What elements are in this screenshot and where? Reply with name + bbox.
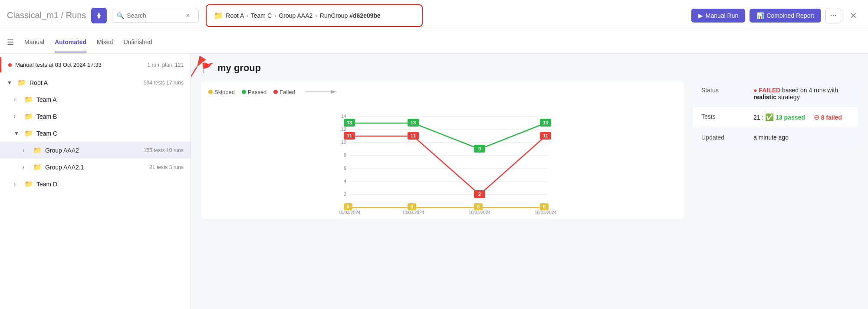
- svg-text:8: 8: [344, 153, 346, 158]
- trend-arrow: [306, 88, 340, 96]
- tests-total: 21: [753, 114, 760, 121]
- sidebar-item-label: Team B: [36, 113, 184, 120]
- sidebar-item-label: Root A: [30, 79, 140, 86]
- legend-passed: Passed: [242, 89, 266, 95]
- app-title: Classical_m1 / Runs: [7, 10, 86, 20]
- filter-button[interactable]: ⧫: [91, 8, 107, 23]
- folder-icon: 📁: [17, 78, 26, 87]
- breadcrumb-text: Status Root A › Team C › Group AAA2 › Ru…: [226, 12, 381, 19]
- sidebar-item-team-c[interactable]: ▼ 📁 Team C: [0, 125, 191, 142]
- folder-icon: 📁: [24, 95, 33, 104]
- more-options-button[interactable]: ···: [825, 8, 841, 23]
- svg-text:11: 11: [411, 133, 416, 138]
- search-input[interactable]: [127, 12, 183, 19]
- info-row-tests: Tests 21 : ✅ 13 passed ⊖ 8 failed: [693, 107, 858, 128]
- chart-container: Skipped Passed Failed: [201, 81, 684, 219]
- close-button[interactable]: ✕: [845, 8, 861, 23]
- tests-passed: 13 passed: [776, 114, 805, 121]
- flag-icon: 🚩: [201, 62, 213, 74]
- chevron-right-icon: ›: [14, 114, 20, 120]
- sidebar-item-meta: 155 tests 10 runs: [144, 147, 184, 153]
- combined-report-button[interactable]: 📊 Combined Report: [750, 9, 821, 23]
- chevron-right-icon: ›: [14, 181, 20, 187]
- chart-legend: Skipped Passed Failed: [208, 88, 677, 96]
- top-bar-actions: ▶ Manual Run 📊 Combined Report ··· ✕: [691, 8, 861, 23]
- legend-skipped: Skipped: [208, 89, 235, 95]
- svg-text:0: 0: [543, 204, 546, 209]
- svg-text:10/03/2024: 10/03/2024: [469, 210, 490, 214]
- title-separator: /: [61, 10, 66, 20]
- sidebar-item-team-d[interactable]: › 📁 Team D: [0, 176, 191, 192]
- section-name: Runs: [66, 10, 86, 20]
- svg-text:12: 12: [341, 127, 346, 132]
- search-box: 🔍 ×: [112, 9, 199, 23]
- status-label: Status: [701, 87, 753, 94]
- tab-automated[interactable]: Automated: [55, 33, 86, 52]
- svg-text:10/03/2024: 10/03/2024: [402, 210, 424, 214]
- chevron-right-icon: ›: [23, 164, 29, 170]
- svg-text:9: 9: [478, 146, 481, 151]
- info-panel: Status ● FAILED based on 4 runs with rea…: [693, 81, 858, 226]
- sidebar-item-label: Group AAA2.1: [45, 164, 146, 171]
- svg-text:10/03/2024: 10/03/2024: [535, 210, 556, 214]
- chevron-down-icon: ▼: [14, 130, 20, 137]
- tab-mixed[interactable]: Mixed: [97, 33, 113, 52]
- tab-manual[interactable]: Manual: [24, 33, 44, 52]
- group-title: my group: [217, 62, 261, 74]
- status-dot-red: [8, 63, 12, 67]
- manual-test-item[interactable]: Manual tests at 03 Oct 2024 17:33 1 run,…: [0, 57, 191, 72]
- close-icon: ✕: [850, 11, 857, 20]
- sidebar-item-label: Team C: [36, 130, 184, 137]
- svg-text:2: 2: [478, 192, 481, 197]
- svg-text:2: 2: [344, 192, 346, 197]
- status-text: based on 4 runs with: [782, 87, 838, 94]
- manual-run-button[interactable]: ▶ Manual Run: [691, 9, 746, 23]
- svg-text:13: 13: [411, 120, 416, 125]
- play-icon: ▶: [698, 12, 703, 19]
- svg-text:11: 11: [543, 133, 548, 138]
- folder-icon: 📁: [33, 146, 42, 154]
- sidebar-item-root-a[interactable]: ▼ 📁 Root A 594 tests 17 runs: [0, 74, 191, 91]
- minus-icon: ⊖: [814, 114, 819, 121]
- info-row-status: Status ● FAILED based on 4 runs with rea…: [693, 81, 858, 107]
- legend-failed: Failed: [273, 89, 295, 95]
- tests-value: 21 : ✅ 13 passed ⊖ 8 failed: [753, 113, 849, 121]
- info-row-updated: Updated a minute ago: [693, 128, 858, 147]
- breadcrumb-folder-icon: 📁: [214, 11, 223, 20]
- svg-text:14: 14: [341, 114, 346, 119]
- folder-icon: 📁: [24, 180, 33, 188]
- sidebar-item-team-b[interactable]: › 📁 Team B: [0, 108, 191, 125]
- info-table: Status ● FAILED based on 4 runs with rea…: [693, 81, 858, 147]
- svg-text:10/03/2024: 10/03/2024: [339, 210, 360, 214]
- sidebar-item-meta: 21 tests 3 runs: [149, 164, 184, 170]
- line-chart: 0 2 4 6 8 10 12 14: [208, 101, 677, 214]
- search-clear-button[interactable]: ×: [186, 12, 190, 20]
- filter-icon: ⧫: [97, 11, 101, 20]
- legend-dot-passed: [242, 90, 246, 94]
- folder-icon: 📁: [24, 112, 33, 120]
- svg-text:0: 0: [477, 204, 480, 209]
- sidebar: Manual tests at 03 Oct 2024 17:33 1 run,…: [0, 54, 191, 309]
- detail-title: 🚩 my group: [201, 62, 858, 74]
- svg-text:10: 10: [341, 140, 346, 145]
- manual-test-meta: 1 run, plan: 121: [148, 62, 184, 68]
- tab-list-icon[interactable]: ☰: [7, 38, 14, 47]
- detail-panel: 🚩 my group Skipped: [191, 54, 868, 309]
- sidebar-item-group-aaa2[interactable]: › 📁 Group AAA2 155 tests 10 runs: [0, 142, 191, 159]
- chevron-right-icon: ›: [14, 97, 20, 103]
- sidebar-item-label: Group AAA2: [45, 147, 140, 154]
- legend-passed-label: Passed: [248, 89, 266, 95]
- sidebar-item-meta: 594 tests 17 runs: [144, 80, 184, 86]
- chevron-down-icon: ▼: [7, 80, 13, 86]
- legend-failed-label: Failed: [279, 89, 295, 95]
- tab-unfinished[interactable]: Unfinished: [123, 33, 152, 52]
- updated-value: a minute ago: [753, 134, 849, 141]
- svg-line-1: [191, 67, 197, 171]
- sidebar-item-label: Team A: [36, 96, 184, 103]
- legend-dot-failed: [273, 90, 278, 94]
- tests-failed: 8 failed: [821, 114, 842, 121]
- sidebar-item-team-a[interactable]: › 📁 Team A: [0, 91, 191, 108]
- sidebar-item-group-aaa2-1[interactable]: › 📁 Group AAA2.1 21 tests 3 runs: [0, 159, 191, 176]
- svg-text:0: 0: [347, 204, 349, 209]
- svg-text:13: 13: [347, 120, 352, 125]
